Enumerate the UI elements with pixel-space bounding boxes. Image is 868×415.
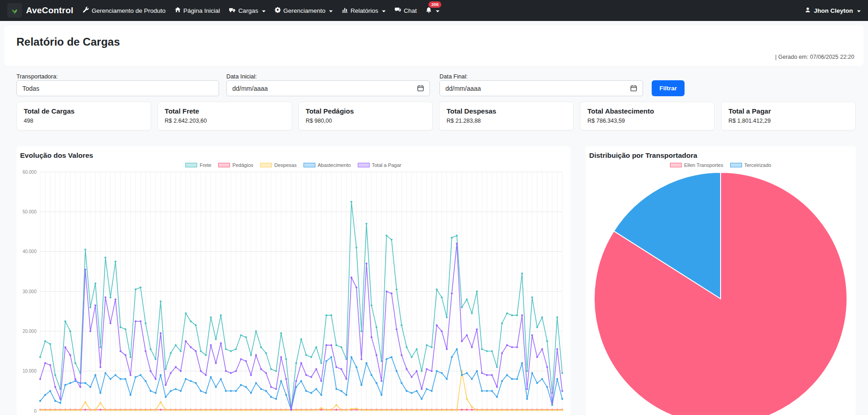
line-chart-card: Evolução dos Valores FretePedágiosDespes… — [16, 146, 570, 415]
legend-label: Frete — [199, 162, 211, 168]
nav-label: Chat — [404, 7, 417, 14]
svg-text:60.000: 60.000 — [22, 170, 37, 175]
legend-label: Total a Pagar — [372, 162, 402, 168]
brand[interactable]: AveControl — [7, 3, 73, 18]
legend-swatch — [303, 163, 315, 167]
app-root: AveControl Gerenciamento de Produto Pági… — [0, 0, 868, 415]
stat-label: Total a Pagar — [728, 107, 848, 115]
legend-item[interactable]: Frete — [185, 162, 211, 168]
calendar-icon[interactable] — [630, 85, 637, 92]
page-header: Relatório de Cargas | Gerado em: 07/06/2… — [5, 26, 863, 66]
nav-item-pagina-inicial[interactable]: Página Inicial — [174, 6, 220, 15]
filtrar-button[interactable]: Filtrar — [652, 80, 685, 96]
stat-card-total-despesas: Total Despesas R$ 21.283,88 — [439, 102, 574, 130]
page-title: Relatório de Cargas — [5, 26, 863, 48]
chevron-down-icon — [857, 7, 861, 14]
nav-item-gerenciamento-de-produto[interactable]: Gerenciamento de Produto — [83, 6, 166, 15]
brand-name: AveControl — [26, 5, 73, 16]
legend-label: Pedágios — [232, 162, 253, 168]
stat-label: Total Pedágios — [306, 107, 426, 115]
home-icon — [174, 6, 181, 15]
legend-swatch — [260, 163, 272, 167]
nav-item-relatorios[interactable]: Relatórios — [341, 6, 386, 15]
legend-label: Abastecimento — [318, 162, 351, 168]
stat-value: R$ 1.801.412,29 — [728, 118, 848, 124]
line-chart-canvas[interactable]: 010.00020.00030.00040.00050.00060.000 — [16, 170, 570, 415]
stat-card-total-pedagios: Total Pedágios R$ 980,00 — [298, 102, 433, 130]
svg-text:50.000: 50.000 — [22, 209, 37, 214]
person-icon — [805, 7, 811, 15]
legend-label: Despesas — [274, 162, 297, 168]
stat-value: 498 — [24, 118, 144, 124]
truck-icon — [229, 6, 236, 15]
top-navbar: AveControl Gerenciamento de Produto Pági… — [0, 0, 868, 21]
data-inicial-label: Data Inicial: — [226, 73, 257, 80]
data-final-input[interactable]: dd/mm/aaaa — [439, 80, 643, 96]
gears-icon — [274, 6, 281, 15]
svg-text:20.000: 20.000 — [22, 329, 37, 334]
bell-icon — [425, 6, 432, 15]
legend-swatch — [185, 163, 197, 167]
user-name: Jhon Cleyton — [814, 7, 853, 14]
calendar-icon[interactable] — [417, 85, 424, 92]
stat-label: Total Despesas — [446, 107, 566, 115]
legend-swatch — [730, 163, 742, 167]
legend-item[interactable]: Ellen Transportes — [670, 162, 723, 168]
nav-label: Cargas — [238, 7, 258, 14]
stat-value: R$ 786.343,59 — [587, 118, 707, 124]
legend-item[interactable]: Despesas — [260, 162, 297, 168]
stat-label: Total Frete — [165, 107, 285, 115]
svg-text:10.000: 10.000 — [22, 368, 37, 374]
line-chart-legend: FretePedágiosDespesasAbastecimentoTotal … — [16, 161, 570, 169]
pie-chart-title: Distribuição por Transportadora — [586, 146, 856, 160]
svg-text:40.000: 40.000 — [22, 249, 37, 254]
legend-label: Terceirizado — [744, 162, 771, 168]
stat-label: Total de Cargas — [24, 107, 144, 115]
navbar-right: Jhon Cleyton — [805, 7, 861, 15]
legend-item[interactable]: Total a Pagar — [358, 162, 402, 168]
pie-chart-legend: Ellen TransportesTerceirizado — [586, 161, 856, 169]
legend-swatch — [218, 163, 230, 167]
nav-item-gerenciamento[interactable]: Gerenciamento — [274, 6, 333, 15]
stat-card-total-de-cargas: Total de Cargas 498 — [16, 102, 151, 130]
bar-chart-icon — [341, 6, 348, 15]
nav-label: Gerenciamento de Produto — [92, 7, 166, 14]
legend-item[interactable]: Pedágios — [218, 162, 253, 168]
pie-chart-canvas[interactable] — [593, 171, 848, 415]
transportadora-value: Todas — [22, 85, 39, 92]
stat-card-total-a-pagar: Total a Pagar R$ 1.801.412,29 — [721, 102, 856, 130]
chevron-down-icon — [329, 7, 333, 14]
svg-text:0: 0 — [34, 409, 37, 414]
legend-label: Ellen Transportes — [684, 162, 723, 168]
nav-links: Gerenciamento de Produto Página Inicial … — [83, 6, 440, 15]
notification-count-badge: 205 — [429, 1, 441, 8]
legend-swatch — [670, 163, 682, 167]
stats-row: Total de Cargas 498 Total Frete R$ 2.642… — [16, 102, 856, 130]
stat-label: Total Abastecimento — [587, 107, 707, 115]
stat-value: R$ 2.642.203,60 — [165, 118, 285, 124]
transportadora-select[interactable]: Todas — [16, 80, 219, 96]
user-menu[interactable]: Jhon Cleyton — [805, 7, 861, 15]
stat-value: R$ 980,00 — [306, 118, 426, 124]
stat-value: R$ 21.283,88 — [446, 118, 566, 124]
chevron-down-icon — [436, 7, 439, 14]
nav-label: Relatórios — [350, 7, 378, 14]
nav-item-chat[interactable]: Chat — [394, 6, 417, 15]
legend-swatch — [358, 163, 370, 167]
pie-chart-card: Distribuição por Transportadora Ellen Tr… — [586, 146, 856, 415]
legend-item[interactable]: Terceirizado — [730, 162, 771, 168]
data-final-placeholder: dd/mm/aaaa — [445, 85, 481, 92]
line-chart-title: Evolução dos Valores — [16, 146, 570, 160]
stat-card-total-abastecimento: Total Abastecimento R$ 786.343,59 — [580, 102, 715, 130]
stat-card-total-frete: Total Frete R$ 2.642.203,60 — [157, 102, 292, 130]
nav-item-cargas[interactable]: Cargas — [229, 6, 266, 15]
logo-icon — [7, 3, 22, 18]
generated-timestamp: | Gerado em: 07/06/2025 22:20 — [775, 54, 854, 60]
legend-item[interactable]: Abastecimento — [303, 162, 351, 168]
notifications-button[interactable]: 205 — [425, 6, 439, 15]
wrench-icon — [83, 6, 89, 15]
nav-label: Gerenciamento — [283, 7, 325, 14]
chat-icon — [394, 6, 402, 15]
data-inicial-placeholder: dd/mm/aaaa — [232, 85, 268, 92]
data-inicial-input[interactable]: dd/mm/aaaa — [226, 80, 430, 96]
